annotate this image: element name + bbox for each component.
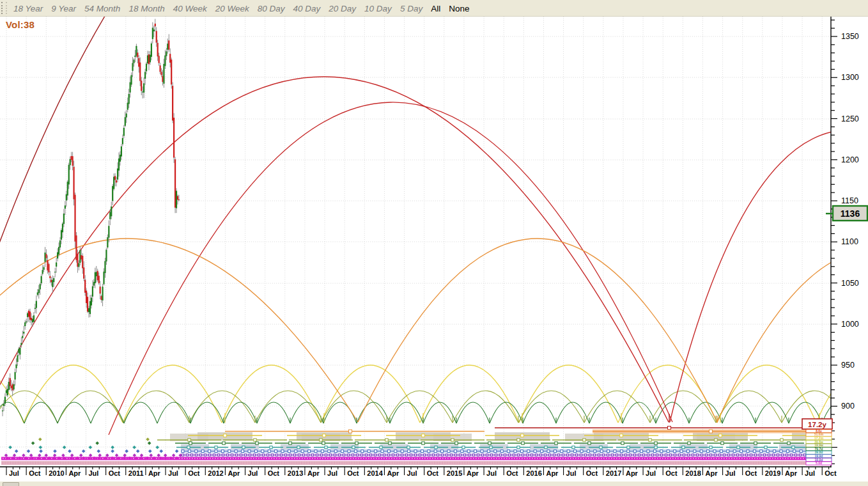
svg-text:Apr: Apr — [626, 469, 639, 477]
svg-text:Oct: Oct — [506, 469, 518, 477]
svg-text:2010: 2010 — [49, 469, 64, 477]
toolbar-item-80-day[interactable]: 80 Day — [258, 4, 285, 13]
svg-text:Apr: Apr — [68, 469, 81, 477]
toolbar-item-40-week[interactable]: 40 Week — [173, 4, 207, 13]
svg-text:1136: 1136 — [841, 208, 860, 219]
svg-text:2016: 2016 — [526, 469, 541, 477]
svg-text:Jul: Jul — [646, 469, 656, 477]
svg-text:2015: 2015 — [447, 469, 462, 477]
svg-text:2018: 2018 — [685, 469, 701, 477]
svg-text:2019: 2019 — [765, 469, 780, 477]
svg-text:1000: 1000 — [841, 320, 859, 329]
toolbar-item-10-day[interactable]: 10 Day — [364, 4, 392, 13]
svg-text:2017: 2017 — [606, 469, 621, 477]
svg-text:Apr: Apr — [546, 469, 559, 477]
svg-text:Jul: Jul — [248, 469, 258, 477]
svg-text:2013: 2013 — [288, 469, 303, 477]
toolbar-item-20-week[interactable]: 20 Week — [215, 4, 249, 13]
svg-text:Oct: Oct — [268, 469, 280, 477]
scrollbar-thumb[interactable] — [3, 482, 19, 486]
toolbar-item-18-month[interactable]: 18 Month — [128, 4, 164, 13]
toolbar-item-18-year[interactable]: 18 Year — [13, 4, 43, 13]
svg-text:Jul: Jul — [486, 469, 497, 477]
svg-text:Jul: Jul — [168, 469, 178, 477]
svg-text:1050: 1050 — [841, 279, 859, 288]
chart-canvas[interactable]: 1350130012501200115011001050100095090011… — [0, 0, 868, 486]
cycle-period-label-17-2y: 17.2y — [802, 419, 832, 429]
svg-text:Oct: Oct — [347, 469, 359, 477]
toolbar-item-20-day[interactable]: 20 Day — [329, 4, 356, 13]
toolbar-items: 18 Year9 Year54 Month18 Month40 Week20 W… — [13, 3, 477, 14]
svg-text:Jul: Jul — [9, 469, 19, 477]
svg-text:17.2y: 17.2y — [808, 421, 826, 428]
svg-text:Apr: Apr — [228, 469, 240, 477]
svg-text:Apr: Apr — [785, 469, 798, 477]
cycle-period-toolbar: 18 Year9 Year54 Month18 Month40 Week20 W… — [0, 0, 868, 17]
horizontal-scrollbar[interactable] — [0, 482, 868, 486]
toolbar-item-9-year[interactable]: 9 Year — [51, 4, 76, 13]
svg-text:Oct: Oct — [109, 469, 121, 477]
svg-text:Jul: Jul — [566, 469, 577, 477]
current-price-tag: 1136 — [833, 206, 867, 221]
svg-text:Apr: Apr — [148, 469, 161, 477]
cycle-period-label-5-0d: 5.0d — [806, 461, 832, 465]
svg-text:2011: 2011 — [128, 469, 144, 477]
labels-layer: 17.2y8.6y51.6m17.2m39.8w19.9w79.7d39.8d1… — [802, 419, 832, 465]
volume-indicator-label: Vol:38 — [6, 19, 35, 30]
svg-text:5.0d: 5.0d — [816, 461, 822, 465]
svg-text:Oct: Oct — [825, 469, 837, 477]
toolbar-item-40-day[interactable]: 40 Day — [293, 4, 321, 13]
svg-text:Jul: Jul — [89, 469, 99, 477]
svg-text:2012: 2012 — [208, 469, 223, 477]
svg-text:Oct: Oct — [29, 469, 41, 477]
toolbar-item-none[interactable]: None — [449, 4, 469, 13]
svg-text:Apr: Apr — [467, 469, 479, 477]
svg-text:Apr: Apr — [387, 469, 399, 477]
svg-text:1250: 1250 — [841, 114, 859, 123]
toolbar-item-54-month[interactable]: 54 Month — [84, 4, 120, 13]
svg-text:1350: 1350 — [841, 32, 859, 41]
svg-text:Apr: Apr — [705, 469, 718, 477]
svg-text:1100: 1100 — [841, 237, 858, 246]
svg-text:1300: 1300 — [841, 73, 859, 82]
svg-text:900: 900 — [841, 402, 855, 411]
svg-text:1200: 1200 — [841, 155, 859, 164]
svg-text:Jul: Jul — [725, 469, 736, 477]
svg-text:Apr: Apr — [307, 469, 320, 477]
svg-text:Jul: Jul — [805, 469, 815, 477]
svg-text:Jul: Jul — [407, 469, 417, 477]
svg-text:Oct: Oct — [586, 469, 598, 477]
svg-text:2014: 2014 — [367, 469, 383, 477]
svg-text:1150: 1150 — [841, 196, 858, 205]
svg-text:Jul: Jul — [327, 469, 337, 477]
svg-text:Oct: Oct — [665, 469, 678, 477]
toolbar-item-5-day[interactable]: 5 Day — [400, 4, 422, 13]
toolbar-grip[interactable] — [1, 2, 7, 14]
svg-text:950: 950 — [841, 361, 855, 370]
svg-text:Oct: Oct — [745, 469, 757, 477]
toolbar-item-all[interactable]: All — [431, 4, 440, 13]
svg-text:Oct: Oct — [188, 469, 200, 477]
svg-text:Oct: Oct — [427, 469, 439, 477]
